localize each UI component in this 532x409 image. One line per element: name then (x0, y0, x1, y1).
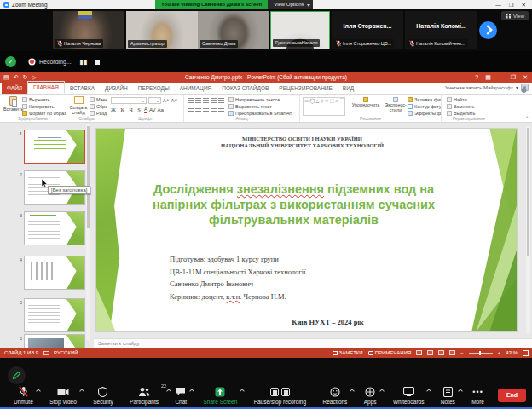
view-layout-button[interactable]: View (501, 11, 529, 20)
save-icon[interactable]: ▤ (3, 72, 9, 83)
spellcheck-icon[interactable] (43, 351, 49, 355)
align-center-icon[interactable] (195, 107, 201, 112)
chevron-up-icon[interactable] (240, 389, 245, 394)
chevron-up-icon[interactable] (458, 389, 463, 394)
tab-design[interactable]: ДИЗАЙН (100, 83, 133, 94)
line-spacing-icon[interactable] (218, 98, 224, 103)
chat-button[interactable]: Chat (175, 386, 187, 405)
pause-recording-icon[interactable]: ▮▮ (80, 59, 89, 66)
close-icon[interactable]: ✕ (522, 0, 526, 9)
decrease-indent-icon[interactable] (203, 98, 209, 103)
audio-tile[interactable]: Ілля Сторожен... Ілля Стороженко ЦВ... (332, 11, 403, 49)
slide-scrollbar[interactable] (526, 126, 530, 333)
minimize-icon[interactable]: — (498, 72, 504, 83)
collapse-ribbon-icon[interactable]: ˄ (525, 115, 529, 120)
zoom-slider[interactable] (469, 353, 493, 354)
chevron-up-icon[interactable] (79, 389, 84, 394)
whiteboards-button[interactable]: Whiteboards (393, 386, 425, 405)
justify-icon[interactable] (211, 107, 217, 112)
stop-recording-icon[interactable] (281, 388, 290, 396)
slide-thumbnail-1[interactable] (24, 130, 85, 164)
encryption-shield-icon[interactable]: ✓ (5, 56, 16, 67)
language-indicator[interactable]: РУССКИЙ (54, 350, 78, 355)
text-direction-button[interactable]: Направление текста (228, 97, 292, 102)
zoom-in-icon[interactable]: + (498, 350, 501, 355)
paste-button[interactable]: Вставить (3, 96, 23, 112)
account-button[interactable]: Учетная запись Майкрософт ▾ (445, 84, 529, 91)
tab-review[interactable]: РЕЦЕНЗИРОВАНИЕ (274, 83, 338, 94)
zoom-out-icon[interactable]: − (460, 350, 464, 355)
tab-file[interactable]: ФАЙЛ (2, 83, 27, 94)
align-text-button[interactable]: Выровнять текст (228, 104, 292, 109)
quick-styles-button[interactable]: Экспресс-стили (382, 97, 409, 112)
next-participants-button[interactable] (479, 21, 497, 39)
replace-button[interactable]: Заменить (447, 104, 475, 109)
tab-home[interactable]: ГЛАВНАЯ (27, 81, 65, 94)
restore-icon[interactable]: ❐ (511, 72, 516, 83)
grow-font-icon[interactable]: A˄ (163, 98, 170, 103)
close-icon[interactable]: ✕ (523, 72, 528, 83)
columns-icon[interactable] (218, 107, 224, 112)
notes-pane[interactable]: Заметки к слайду (94, 338, 532, 348)
stop-recording-icon[interactable] (95, 60, 100, 65)
notes-button[interactable]: Notes (441, 386, 455, 405)
chevron-up-icon[interactable] (189, 389, 194, 394)
video-tile[interactable]: Администратор (126, 11, 198, 49)
shape-fill-button[interactable]: Заливка фигуры (408, 97, 442, 102)
end-meeting-button[interactable]: End (498, 389, 526, 402)
notes-toggle[interactable]: ЗАМЕТКИ (332, 350, 363, 355)
change-case-icon[interactable]: Aa (157, 107, 163, 112)
chevron-up-icon[interactable] (350, 389, 356, 394)
chevron-up-icon[interactable] (427, 389, 432, 394)
current-slide[interactable]: МІНІСТЕРСТВО ОСВІТИ І НАУКИ УКРАЇНИ НАЦІ… (95, 128, 518, 332)
audio-tile[interactable]: Наталія Коломі... Наталія Коломійченк... (405, 11, 477, 49)
comments-toggle[interactable]: ПРИМЕЧАНИЯ (368, 350, 412, 355)
font-family-combo[interactable] (111, 97, 147, 104)
more-button[interactable]: ••• More (471, 386, 484, 405)
ribbon-options-icon[interactable]: ▦ (485, 72, 491, 83)
bullets-icon[interactable] (188, 98, 194, 103)
undo-icon[interactable]: ↶ (14, 72, 19, 83)
apps-button[interactable]: Apps (364, 386, 377, 405)
view-options-button[interactable]: View Options (268, 0, 312, 9)
slide-thumbnail-6[interactable] (24, 334, 85, 348)
zoom-level[interactable]: 43 % (506, 350, 518, 355)
find-button[interactable]: Найти (447, 97, 475, 102)
stop-video-button[interactable]: Stop Video (49, 386, 77, 405)
video-tile-active-speaker[interactable]: ГусятинськаНаталя (270, 11, 330, 49)
chevron-up-icon[interactable] (36, 389, 41, 394)
slide-thumbnail-3[interactable] (24, 211, 85, 245)
normal-view-icon[interactable] (416, 350, 422, 355)
maximize-icon[interactable]: ❐ (509, 0, 514, 9)
arrange-button[interactable]: Упорядочить (350, 97, 382, 107)
reading-view-icon[interactable] (438, 350, 444, 355)
cut-button[interactable]: Вырезать (22, 97, 66, 102)
slide-thumbnail-4[interactable] (24, 256, 85, 290)
slide-sorter-view-icon[interactable] (427, 350, 433, 355)
share-screen-button[interactable]: Share Screen (204, 386, 238, 405)
annotation-button[interactable] (8, 366, 26, 384)
align-left-icon[interactable] (188, 107, 194, 112)
reactions-button[interactable]: Reactions (322, 386, 347, 405)
tab-view[interactable]: ВИД (338, 83, 359, 94)
character-spacing-icon[interactable]: AV (149, 107, 156, 112)
font-size-combo[interactable] (148, 97, 161, 104)
fit-slide-icon[interactable] (523, 350, 529, 356)
tab-insert[interactable]: ВСТАВКА (65, 83, 100, 94)
pause-stop-recording-button[interactable]: Pause/stop recording (254, 386, 306, 405)
tab-transitions[interactable]: ПЕРЕХОДЫ (133, 83, 175, 94)
slideshow-view-icon[interactable] (449, 350, 455, 355)
shrink-font-icon[interactable]: A˅ (171, 98, 178, 103)
shape-outline-button[interactable]: Контур фигуры (408, 104, 442, 109)
video-tile[interactable]: Наталія Чернова (53, 11, 124, 49)
tab-animations[interactable]: АНИМАЦИЯ (175, 83, 217, 94)
chevron-up-icon[interactable] (166, 389, 171, 394)
minimize-icon[interactable]: — (495, 0, 501, 9)
slide-thumbnail-5[interactable] (24, 298, 85, 332)
participants-button[interactable]: 22 Participants (130, 386, 159, 405)
copy-button[interactable]: Копировать (22, 104, 66, 109)
help-icon[interactable]: ? (475, 72, 478, 83)
shapes-gallery[interactable]: ▭◯△◇☆⬚▱⌒ (303, 97, 345, 116)
font-style-buttons[interactable]: Ж К Ч S (111, 107, 142, 112)
tab-slideshow[interactable]: ПОКАЗ СЛАЙДОВ (217, 83, 274, 94)
